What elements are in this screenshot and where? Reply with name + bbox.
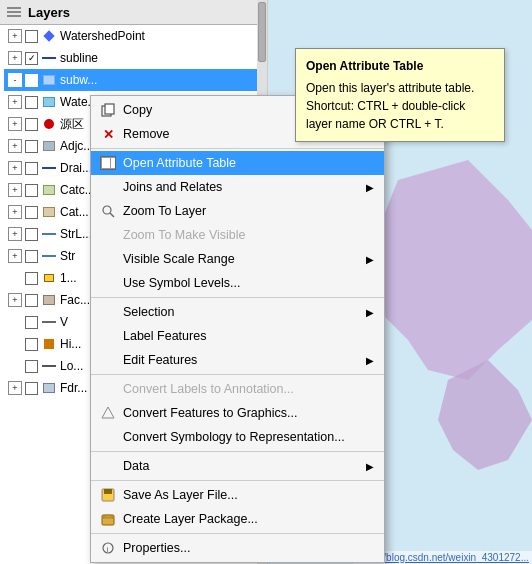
menu-item-create-pkg[interactable]: Create Layer Package... (91, 507, 384, 531)
expand-icon[interactable]: + (8, 249, 22, 263)
expand-icon[interactable]: - (8, 73, 22, 87)
layer-item-highlighted[interactable]: - subw... (4, 69, 267, 91)
menu-item-edit-features[interactable]: Edit Features ▶ (91, 348, 384, 372)
line-icon (41, 248, 57, 264)
layer-checkbox[interactable] (25, 250, 38, 263)
menu-symbol-levels-label: Use Symbol Levels... (123, 276, 240, 290)
menu-label-features-label: Label Features (123, 329, 206, 343)
expand-icon[interactable]: + (8, 139, 22, 153)
menu-separator-5 (91, 480, 384, 481)
poly-icon (41, 72, 57, 88)
table-icon (99, 154, 117, 172)
layer-checkbox[interactable] (25, 338, 38, 351)
menu-item-convert-labels[interactable]: Convert Labels to Annotation... (91, 377, 384, 401)
expand-icon[interactable]: + (8, 117, 22, 131)
menu-item-zoom[interactable]: Zoom To Layer (91, 199, 384, 223)
line-icon (41, 160, 57, 176)
properties-icon: i (99, 539, 117, 557)
layer-item[interactable]: + WatershedPoint (4, 25, 267, 47)
menu-item-save-layer[interactable]: Save As Layer File... (91, 483, 384, 507)
menu-item-open-attr[interactable]: Open Attribute Table (91, 151, 384, 175)
expand-icon[interactable]: + (8, 29, 22, 43)
zoom-icon (99, 202, 117, 220)
layer-label: Cat... (60, 205, 89, 219)
menu-remove-label: Remove (123, 127, 170, 141)
layer-label: subw... (60, 73, 97, 87)
context-menu: Copy ✕ Remove Open Attribute Table Joins… (90, 95, 385, 563)
menu-item-convert-features[interactable]: Convert Features to Graphics... (91, 401, 384, 425)
menu-item-zoom-visible[interactable]: Zoom To Make Visible (91, 223, 384, 247)
menu-convert-features-label: Convert Features to Graphics... (123, 406, 297, 420)
menu-item-convert-symbology[interactable]: Convert Symbology to Representation... (91, 425, 384, 449)
layer-item[interactable]: + subline (4, 47, 267, 69)
expand-icon[interactable]: + (8, 293, 22, 307)
menu-item-selection[interactable]: Selection ▶ (91, 300, 384, 324)
menu-separator-3 (91, 374, 384, 375)
menu-item-symbol-levels[interactable]: Use Symbol Levels... (91, 271, 384, 295)
convert-labels-icon (99, 380, 117, 398)
data-arrow: ▶ (366, 461, 374, 472)
tooltip-title: Open Attribute Table (306, 57, 494, 75)
menu-convert-symbology-label: Convert Symbology to Representation... (123, 430, 345, 444)
layer-checkbox[interactable] (25, 118, 38, 131)
expand-icon[interactable]: + (8, 227, 22, 241)
selection-icon (99, 303, 117, 321)
layer-label: Hi... (60, 337, 81, 351)
layer-checkbox[interactable] (25, 184, 38, 197)
layer-checkbox[interactable] (25, 360, 38, 373)
layers-group-icon (6, 4, 22, 20)
expand-icon[interactable]: + (8, 95, 22, 109)
visible-scale-icon (99, 250, 117, 268)
layers-header: Layers (0, 0, 267, 25)
layer-checkbox[interactable] (25, 294, 38, 307)
expand-icon[interactable]: + (8, 381, 22, 395)
layer-label: V (60, 315, 68, 329)
layer-label: subline (60, 51, 98, 65)
layer-checkbox[interactable] (25, 162, 38, 175)
layer-checkbox[interactable] (25, 96, 38, 109)
menu-item-label-features[interactable]: Label Features (91, 324, 384, 348)
layer-checkbox[interactable] (25, 316, 38, 329)
tooltip-box: Open Attribute Table Open this layer's a… (295, 48, 505, 142)
svg-rect-8 (105, 104, 114, 114)
layer-label: WatershedPoint (60, 29, 145, 43)
tooltip-body: Open this layer's attribute table. Short… (306, 79, 494, 133)
layer-label: 源区 (60, 116, 84, 133)
svg-text:i: i (107, 545, 109, 554)
label-icon (99, 327, 117, 345)
menu-item-visible-scale[interactable]: Visible Scale Range ▶ (91, 247, 384, 271)
expand-icon[interactable]: + (8, 161, 22, 175)
menu-save-layer-label: Save As Layer File... (123, 488, 238, 502)
joins-icon (99, 178, 117, 196)
menu-separator-2 (91, 297, 384, 298)
layer-checkbox[interactable] (25, 272, 38, 285)
layer-checkbox[interactable] (25, 52, 38, 65)
line-icon (41, 226, 57, 242)
layer-checkbox[interactable] (25, 228, 38, 241)
poly-icon (41, 182, 57, 198)
layer-checkbox[interactable] (25, 382, 38, 395)
edit-icon (99, 351, 117, 369)
layer-label: Lo... (60, 359, 83, 373)
layer-checkbox[interactable] (25, 74, 38, 87)
line-icon (41, 358, 57, 374)
expand-icon[interactable]: + (8, 183, 22, 197)
menu-separator (91, 148, 384, 149)
symbol-icon (99, 274, 117, 292)
save-layer-icon (99, 486, 117, 504)
selection-arrow: ▶ (366, 307, 374, 318)
menu-zoom-label: Zoom To Layer (123, 204, 206, 218)
scrollbar-thumb[interactable] (258, 2, 266, 62)
menu-convert-labels-label: Convert Labels to Annotation... (123, 382, 294, 396)
yellow-icon (41, 270, 57, 286)
expand-icon[interactable]: + (8, 205, 22, 219)
svg-marker-15 (103, 515, 113, 518)
menu-visible-scale-label: Visible Scale Range (123, 252, 235, 266)
layer-checkbox[interactable] (25, 30, 38, 43)
menu-item-properties[interactable]: i Properties... (91, 536, 384, 560)
menu-item-data[interactable]: Data ▶ (91, 454, 384, 478)
menu-item-joins[interactable]: Joins and Relates ▶ (91, 175, 384, 199)
layer-checkbox[interactable] (25, 140, 38, 153)
layer-checkbox[interactable] (25, 206, 38, 219)
expand-icon[interactable]: + (8, 51, 22, 65)
